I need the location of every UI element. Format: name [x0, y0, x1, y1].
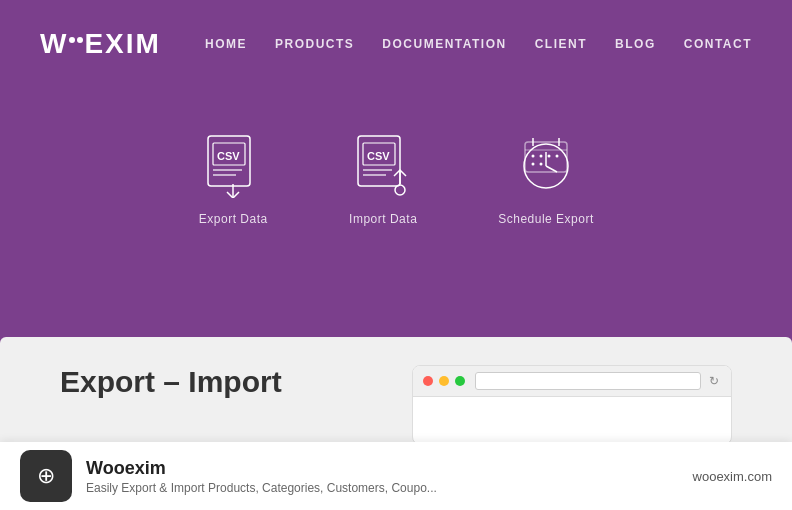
feature-schedule-export: Schedule Export — [498, 128, 594, 226]
svg-point-22 — [548, 155, 551, 158]
nav-blog[interactable]: BLOG — [615, 37, 656, 51]
app-url[interactable]: wooexim.com — [693, 469, 772, 484]
nav-contact[interactable]: CONTACT — [684, 37, 752, 51]
nav-documentation[interactable]: DOCUMENTATION — [382, 37, 506, 51]
svg-point-25 — [540, 163, 543, 166]
export-data-label: Export Data — [199, 212, 268, 226]
import-csv-icon: CSV — [348, 128, 418, 198]
logo[interactable]: WEXIM — [40, 28, 161, 60]
export-import-title: Export – Import — [60, 365, 282, 399]
feature-import-data: CSV Import Data — [348, 128, 418, 226]
app-favicon: ⊕ — [20, 450, 72, 502]
svg-point-12 — [395, 185, 405, 195]
logo-text: WEXIM — [40, 28, 161, 60]
browser-maximize-dot — [455, 376, 465, 386]
schedule-export-label: Schedule Export — [498, 212, 594, 226]
nav-home[interactable]: HOME — [205, 37, 247, 51]
features-row: CSV Export Data CSV — [198, 128, 594, 226]
svg-text:CSV: CSV — [367, 150, 390, 162]
browser-close-dot — [423, 376, 433, 386]
app-description: Easily Export & Import Products, Categor… — [86, 481, 693, 495]
svg-point-21 — [540, 155, 543, 158]
footer-bar: ⊕ Wooexim Easily Export & Import Product… — [0, 442, 792, 510]
browser-address-bar — [475, 372, 701, 390]
bottom-card: Export – Import ↻ — [0, 337, 792, 442]
export-csv-icon: CSV — [198, 128, 268, 198]
svg-text:CSV: CSV — [217, 150, 240, 162]
app-name: Wooexim — [86, 458, 693, 479]
refresh-icon: ↻ — [707, 374, 721, 388]
favicon-icon: ⊕ — [37, 463, 55, 489]
browser-bar: ↻ — [413, 366, 731, 397]
svg-line-15 — [546, 166, 557, 172]
hero-section: CSV Export Data CSV — [0, 88, 792, 276]
schedule-icon — [511, 128, 581, 198]
nav-client[interactable]: CLIENT — [535, 37, 587, 51]
nav-links: HOME PRODUCTS DOCUMENTATION CLIENT BLOG … — [205, 37, 752, 51]
browser-minimize-dot — [439, 376, 449, 386]
svg-point-24 — [532, 163, 535, 166]
footer-info: Wooexim Easily Export & Import Products,… — [86, 458, 693, 495]
nav-products[interactable]: PRODUCTS — [275, 37, 354, 51]
feature-export-data: CSV Export Data — [198, 128, 268, 226]
navbar: WEXIM HOME PRODUCTS DOCUMENTATION CLIENT… — [0, 0, 792, 88]
import-data-label: Import Data — [349, 212, 417, 226]
browser-mockup: ↻ — [412, 365, 732, 445]
svg-point-20 — [532, 155, 535, 158]
svg-point-23 — [556, 155, 559, 158]
